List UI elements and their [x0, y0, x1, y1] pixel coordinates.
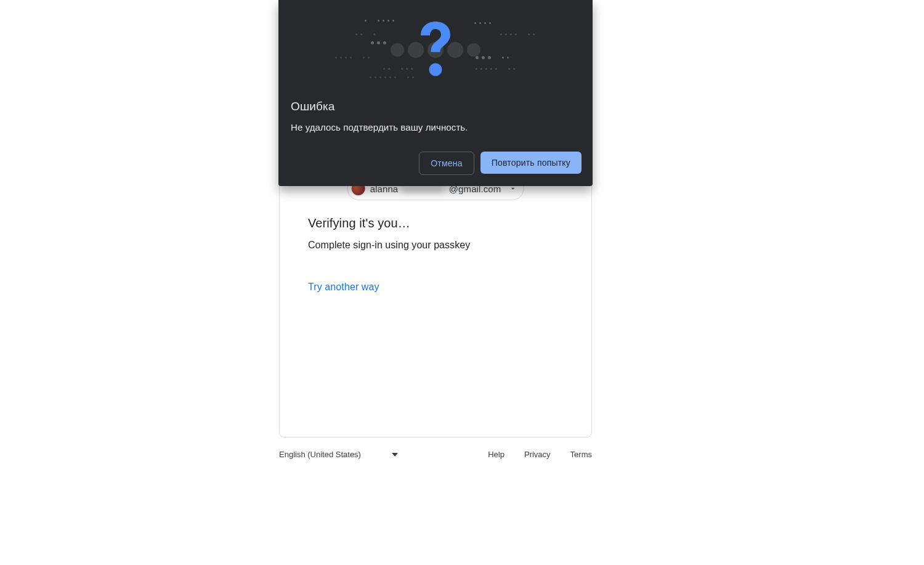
footer-links: Help Privacy Terms: [488, 450, 592, 459]
cancel-button[interactable]: Отмена: [419, 152, 474, 175]
try-another-way-link[interactable]: Try another way: [308, 282, 379, 293]
caret-down-icon: [392, 453, 398, 457]
retry-button[interactable]: Повторить попытку: [480, 152, 582, 174]
footer-link-help[interactable]: Help: [488, 450, 505, 459]
retry-button-label: Повторить попытку: [492, 158, 570, 168]
verify-title: Verifying it's you…: [308, 216, 410, 230]
cancel-button-label: Отмена: [431, 158, 462, 168]
language-label: English (United States): [279, 450, 361, 459]
dialog-actions: Отмена Повторить попытку: [419, 152, 582, 175]
verify-subtitle: Complete sign-in using your passkey: [308, 240, 470, 251]
footer: English (United States) Help Privacy Ter…: [279, 450, 592, 459]
dialog-message: Не удалось подтвердить вашу личность.: [291, 122, 468, 132]
footer-link-terms[interactable]: Terms: [570, 450, 592, 459]
language-selector[interactable]: English (United States): [279, 450, 398, 459]
error-dialog: Ошибка Не удалось подтвердить вашу лично…: [278, 0, 593, 186]
question-mark-icon: [417, 20, 454, 81]
dialog-title: Ошибка: [291, 100, 334, 113]
svg-point-0: [429, 63, 442, 76]
footer-link-privacy[interactable]: Privacy: [524, 450, 551, 459]
dialog-hero: [278, 0, 593, 86]
